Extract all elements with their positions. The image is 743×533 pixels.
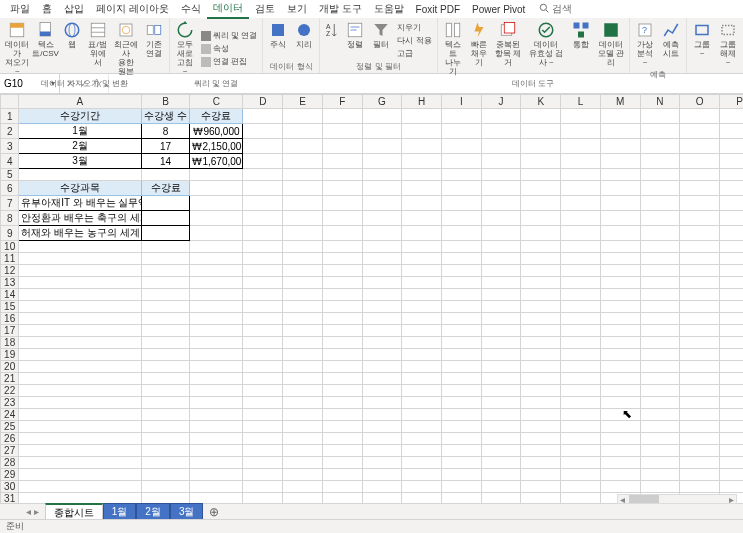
cell[interactable] — [283, 154, 323, 169]
cell[interactable] — [141, 373, 190, 385]
tab-foxit[interactable]: Foxit PDF — [410, 2, 466, 17]
col-F[interactable]: F — [322, 95, 362, 109]
cell[interactable] — [141, 325, 190, 337]
cell-A3[interactable]: 2월 — [19, 139, 141, 154]
cell[interactable] — [402, 373, 442, 385]
cell[interactable] — [19, 337, 141, 349]
cell[interactable] — [322, 361, 362, 373]
btn-data-validation[interactable]: 데이터 유효성 검사 ~ — [525, 20, 567, 77]
cell[interactable] — [19, 313, 141, 325]
cell[interactable] — [283, 226, 323, 241]
cell[interactable] — [362, 226, 402, 241]
cell[interactable] — [720, 196, 743, 211]
cell[interactable] — [561, 139, 601, 154]
cell[interactable] — [521, 154, 561, 169]
sheet-tab-2[interactable]: 2월 — [136, 503, 170, 520]
cell[interactable] — [442, 196, 482, 211]
cell[interactable] — [402, 226, 442, 241]
cell[interactable] — [322, 301, 362, 313]
cell[interactable] — [141, 457, 190, 469]
cell-A4[interactable]: 3월 — [19, 154, 141, 169]
cell[interactable] — [402, 349, 442, 361]
cell[interactable] — [322, 265, 362, 277]
row-21[interactable]: 21 — [1, 373, 19, 385]
cell[interactable] — [561, 469, 601, 481]
add-sheet-button[interactable]: ⊕ — [203, 505, 225, 519]
cell[interactable] — [640, 265, 680, 277]
cell[interactable] — [481, 445, 521, 457]
tab-data[interactable]: 데이터 — [207, 0, 249, 19]
cell[interactable] — [362, 457, 402, 469]
cell[interactable] — [283, 373, 323, 385]
cell[interactable] — [720, 337, 743, 349]
cell[interactable] — [640, 277, 680, 289]
cell[interactable] — [283, 289, 323, 301]
cell[interactable] — [600, 337, 640, 349]
cell[interactable] — [362, 253, 402, 265]
cell[interactable] — [442, 139, 482, 154]
cell[interactable] — [442, 469, 482, 481]
cell[interactable] — [141, 481, 190, 493]
cell[interactable] — [640, 289, 680, 301]
cell[interactable] — [402, 109, 442, 124]
cell[interactable] — [322, 241, 362, 253]
btn-flash-fill[interactable]: 빠른 채우기 — [467, 20, 491, 77]
cell[interactable] — [640, 253, 680, 265]
cell[interactable] — [322, 433, 362, 445]
cell[interactable] — [283, 337, 323, 349]
cell[interactable] — [640, 409, 680, 421]
row-1[interactable]: 1 — [1, 109, 19, 124]
cell[interactable] — [19, 445, 141, 457]
cell[interactable] — [283, 313, 323, 325]
col-M[interactable]: M — [600, 95, 640, 109]
cell[interactable] — [362, 481, 402, 493]
cell[interactable] — [243, 469, 283, 481]
cell[interactable] — [640, 469, 680, 481]
cell[interactable] — [640, 361, 680, 373]
cell[interactable] — [720, 211, 743, 226]
cell[interactable] — [322, 124, 362, 139]
cell[interactable] — [640, 445, 680, 457]
cell[interactable] — [640, 196, 680, 211]
row-10[interactable]: 10 — [1, 241, 19, 253]
cell[interactable] — [243, 421, 283, 433]
cell[interactable] — [720, 109, 743, 124]
tab-insert[interactable]: 삽입 — [58, 0, 90, 18]
cell[interactable] — [680, 181, 720, 196]
cell[interactable] — [680, 337, 720, 349]
row-6[interactable]: 6 — [1, 181, 19, 196]
cell[interactable] — [19, 469, 141, 481]
cell[interactable] — [243, 445, 283, 457]
cell[interactable] — [521, 253, 561, 265]
cell[interactable] — [190, 433, 243, 445]
cell[interactable] — [283, 385, 323, 397]
cell[interactable] — [190, 397, 243, 409]
cell[interactable] — [561, 481, 601, 493]
cell[interactable] — [720, 361, 743, 373]
cell[interactable] — [141, 253, 190, 265]
cell[interactable] — [561, 445, 601, 457]
cell[interactable] — [720, 325, 743, 337]
cell[interactable] — [190, 211, 243, 226]
cell[interactable] — [141, 265, 190, 277]
cell[interactable] — [442, 481, 482, 493]
btn-stocks[interactable]: 주식 — [266, 20, 290, 60]
cell[interactable] — [720, 385, 743, 397]
cell[interactable] — [720, 445, 743, 457]
cell[interactable] — [402, 397, 442, 409]
cell[interactable] — [362, 109, 402, 124]
cell[interactable] — [680, 196, 720, 211]
cell[interactable] — [481, 226, 521, 241]
cell[interactable] — [481, 253, 521, 265]
cell[interactable] — [243, 169, 283, 181]
cell[interactable] — [521, 481, 561, 493]
cell[interactable] — [561, 241, 601, 253]
cell[interactable] — [322, 109, 362, 124]
cell[interactable] — [521, 226, 561, 241]
cell[interactable] — [190, 481, 243, 493]
cell[interactable] — [283, 349, 323, 361]
cell[interactable] — [243, 226, 283, 241]
cell[interactable] — [600, 289, 640, 301]
cell[interactable] — [442, 397, 482, 409]
cell[interactable] — [600, 181, 640, 196]
